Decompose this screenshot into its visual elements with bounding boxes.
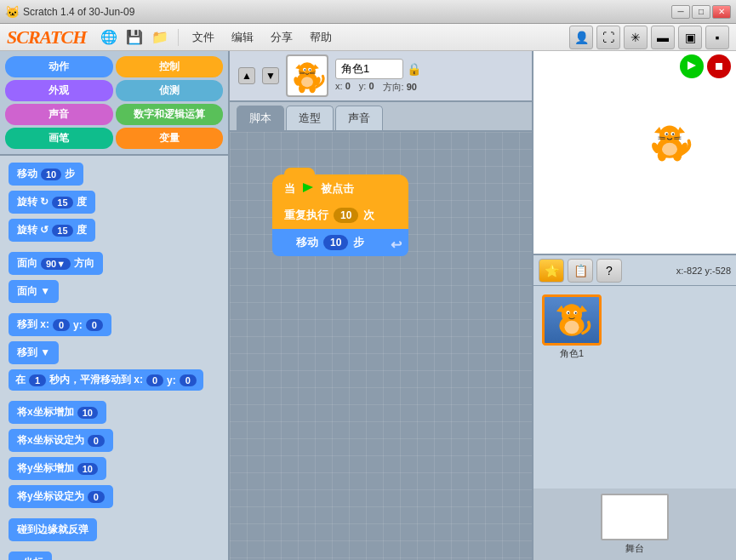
svg-point-7 [310, 69, 311, 71]
title-text: Scratch 1.4 of 30-Jun-09 [23, 6, 134, 18]
cat-looks[interactable]: 外观 [5, 80, 113, 101]
cat-sound[interactable]: 声音 [5, 104, 113, 125]
block-repeat[interactable]: 重复执行 10 次 [272, 202, 408, 229]
app-icon: 🐱 [5, 5, 20, 19]
block-move[interactable]: 移动 10 步 [9, 163, 83, 186]
window-controls: ─ □ ✕ [671, 5, 731, 19]
profile-btn[interactable]: 👤 [569, 26, 593, 49]
block-goto-xy[interactable]: 移到 x: 0 y: 0 [9, 313, 111, 336]
block-bounce[interactable]: 碰到边缘就反弹 [9, 518, 97, 541]
stage-toolbar: ⭐ 📋 ? x:-822 y:-528 [533, 255, 736, 286]
dir-label: 方向: 90 [383, 81, 417, 94]
globe-icon[interactable]: 🌐 [98, 26, 120, 49]
sprite-name-box[interactable]: 角色1 [335, 59, 403, 79]
scripts-area[interactable]: 当 被点击 重复执行 10 次 移动 10 步 [230, 132, 532, 560]
svg-point-45 [564, 321, 579, 334]
sprite-thumb-1 [542, 294, 602, 346]
block-when-flag[interactable]: 当 被点击 [272, 174, 408, 202]
stage-controls [680, 54, 731, 78]
y-coord-label: y: 0 [359, 81, 374, 94]
stage-thumb-section: 舞台 [533, 489, 736, 560]
layout-btn3[interactable]: ▪ [705, 26, 729, 49]
block-glide[interactable]: 在 1 秒内，平滑移动到 x: 0 y: 0 [9, 369, 203, 391]
blocks-panel: 动作 控制 外观 侦测 声音 数字和逻辑运算 画笔 变量 移动 10 步 旋转 … [0, 51, 230, 560]
block-change-y[interactable]: 将y坐标增加 10 [9, 457, 106, 480]
close-btn[interactable]: ✕ [712, 5, 731, 19]
right-panel: ⭐ 📋 ? x:-822 y:-528 [532, 51, 736, 560]
scratch-logo: SCRATCH [7, 26, 86, 49]
scripts-panel: ▲ ▼ [230, 51, 532, 560]
menu-help[interactable]: 帮助 [303, 26, 339, 49]
block-rotate-ccw[interactable]: 旋转 ↺ 15 度 [9, 219, 95, 242]
cat-pen[interactable]: 画笔 [5, 128, 113, 149]
sprite-label-1: 角色1 [542, 347, 602, 360]
tab-costumes[interactable]: 造型 [286, 106, 334, 130]
svg-point-36 [662, 143, 677, 156]
green-flag-btn[interactable] [680, 54, 704, 78]
svg-point-26 [666, 134, 668, 135]
folder-icon[interactable]: 📁 [149, 26, 171, 49]
user-icon-group: 👤 ⛶ ✳ ▬ ▣ ▪ [569, 26, 729, 49]
settings-btn[interactable]: ✳ [624, 26, 648, 49]
sprite-thumbnail-cat [288, 56, 327, 95]
sprite-down-btn[interactable]: ▼ [262, 67, 279, 84]
block-change-x[interactable]: 将x坐标增加 10 [9, 401, 106, 424]
sprite-item-1[interactable]: 角色1 [542, 294, 602, 360]
cat-motion[interactable]: 动作 [5, 56, 113, 77]
tab-scripts[interactable]: 脚本 [237, 106, 284, 130]
sprite-list-cat [546, 298, 597, 342]
menu-edit[interactable]: 编辑 [225, 26, 260, 49]
stop-icon [714, 61, 724, 71]
block-set-x[interactable]: 将x坐标设定为 0 [9, 429, 113, 452]
cat-operators[interactable]: 数字和逻辑运算 [116, 104, 224, 125]
sprite-info: 角色1 🔒 x: 0 y: 0 方向: 90 [335, 59, 421, 94]
main-layout: 动作 控制 外观 侦测 声音 数字和逻辑运算 画笔 变量 移动 10 步 旋转 … [0, 51, 736, 560]
svg-marker-18 [688, 61, 696, 70]
layout-btn2[interactable]: ▣ [678, 26, 702, 49]
stage-cat-svg [644, 119, 695, 164]
blocks-list: 移动 10 步 旋转 ↻ 15 度 旋转 ↺ 15 度 面向 90▼ 方向 面向 [0, 156, 228, 560]
layout-btn1[interactable]: ▬ [651, 26, 675, 49]
categories: 动作 控制 外观 侦测 声音 数字和逻辑运算 画笔 变量 [0, 51, 228, 156]
loop-arrow-icon: ↩ [391, 237, 402, 253]
block-face[interactable]: 面向 ▼ [9, 280, 59, 303]
svg-rect-19 [716, 63, 722, 70]
script-block-group: 当 被点击 重复执行 10 次 移动 10 步 [272, 174, 408, 256]
svg-point-44 [575, 312, 577, 314]
block-rotate-cw[interactable]: 旋转 ↻ 15 度 [9, 191, 95, 214]
block-face-dir[interactable]: 面向 90▼ 方向 [9, 252, 103, 275]
sprite-name-row: 角色1 🔒 [335, 59, 421, 79]
lock-icon: 🔒 [407, 62, 421, 76]
menu-file[interactable]: 文件 [185, 26, 221, 49]
minimize-btn[interactable]: ─ [671, 5, 690, 19]
stage-thumb-label: 舞台 [625, 542, 644, 555]
block-set-y[interactable]: 将y坐标设定为 0 [9, 485, 113, 508]
cat-variables[interactable]: 变量 [116, 128, 224, 149]
help-tool-btn[interactable]: ? [596, 259, 622, 283]
flag-icon [686, 60, 698, 72]
maximize-btn[interactable]: □ [692, 5, 710, 19]
x-coord-label: x: 0 [335, 81, 351, 94]
svg-marker-17 [303, 183, 313, 192]
stamp-tool-btn[interactable]: 📋 [568, 259, 593, 283]
svg-point-27 [672, 134, 674, 135]
block-move-script[interactable]: 移动 10 步 ↩ [272, 229, 408, 256]
cat-sensing[interactable]: 侦测 [116, 80, 224, 101]
block-xpos[interactable]: x坐标 [9, 551, 52, 560]
cat-control[interactable]: 控制 [116, 56, 224, 77]
menu-share[interactable]: 分享 [264, 26, 300, 49]
menu-separator [178, 29, 179, 46]
save-icon[interactable]: 💾 [123, 26, 145, 49]
block-goto[interactable]: 移到 ▼ [9, 341, 59, 364]
sprite-header: ▲ ▼ [230, 51, 532, 102]
stage-thumb-box[interactable] [601, 494, 669, 540]
tab-sounds[interactable]: 声音 [335, 106, 383, 130]
script-tabs: 脚本 造型 声音 [230, 102, 532, 132]
svg-point-16 [301, 77, 313, 87]
sprite-up-btn[interactable]: ▲ [238, 67, 255, 84]
paint-tool-btn[interactable]: ⭐ [539, 259, 564, 283]
fullscreen-btn[interactable]: ⛶ [596, 26, 620, 49]
stage-coords: x:-822 y:-528 [676, 266, 731, 276]
green-flag-icon [300, 181, 316, 197]
stop-btn[interactable] [707, 54, 731, 78]
